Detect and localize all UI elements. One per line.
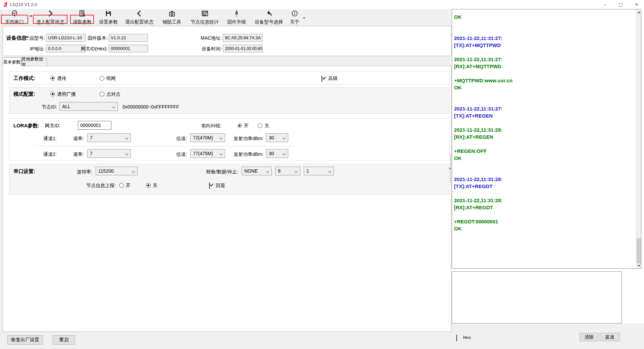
chevron-down-icon <box>219 136 223 140</box>
device-time-label: 设备时间: <box>198 46 222 52</box>
data-bits-dropdown[interactable]: 8 <box>275 167 300 175</box>
log-panel[interactable]: OK 2021-11-22,11:31:27:[TX]:AT+MQTTPWD 2… <box>452 9 641 269</box>
channel2-channel-dropdown[interactable]: 77(475M) <box>190 149 225 158</box>
node-report-label: 节点信息上报: <box>81 183 116 189</box>
log-line: OK <box>454 13 635 20</box>
annotation-box-1 <box>1 15 28 24</box>
close-button[interactable]: ✕ <box>631 0 642 9</box>
floppy-save-icon <box>105 9 112 17</box>
toolbar-firmware-upgrade-button[interactable]: 固件升级 <box>226 9 247 25</box>
scroll-up-icon[interactable] <box>636 9 641 15</box>
log-line: +MQTTPWD:www.usr.cn <box>454 77 635 84</box>
channel1-rate-dropdown[interactable]: 7 <box>87 133 131 142</box>
restart-button[interactable]: 重启 <box>53 335 75 345</box>
log-line: 2021-11-22,11:31:28: <box>454 176 635 183</box>
lora-gateway-id-input[interactable]: 00000001 <box>78 121 111 130</box>
chart-window-icon <box>201 9 209 17</box>
ip-address-label: IP地址: <box>21 46 45 52</box>
log-scrollbar[interactable] <box>636 9 641 268</box>
channel1-power-dropdown[interactable]: 30 <box>266 133 288 142</box>
scroll-down-icon[interactable] <box>636 263 641 268</box>
dropdown-caret-icon[interactable] <box>303 17 305 19</box>
p2p-label: 点对点 <box>106 91 120 97</box>
parity-data-stop-label: 校验/数据/停止: <box>201 169 238 175</box>
fec-on-radio[interactable] <box>237 123 242 128</box>
log-line: 2021-11-22,11:31:27: <box>454 105 635 112</box>
product-model-field[interactable]: USR-LG210-L-10 <box>46 34 86 42</box>
chevron-down-icon <box>112 105 115 108</box>
channel2-power-value: 30 <box>269 151 274 156</box>
broadcast-radio[interactable] <box>50 92 55 96</box>
tab-other-params[interactable]: 其他参数设置 <box>21 58 47 66</box>
node-id-dropdown[interactable]: ALL <box>59 102 118 111</box>
window-title: LG210 V1.2.0 <box>10 2 37 7</box>
minimize-button[interactable]: – <box>599 0 611 9</box>
send-input-panel[interactable] <box>452 271 622 323</box>
lora-params-title: LORA参数: <box>13 123 40 129</box>
log-line: [RX]:AT+REGDT <box>454 204 635 211</box>
log-line: OK <box>454 155 635 162</box>
firmware-version-label: 固件版本: <box>84 35 108 41</box>
network-mode-radio[interactable] <box>100 76 104 81</box>
toolbar-label: 辅助工具 <box>162 19 181 25</box>
parity-dropdown[interactable]: NONE <box>242 167 272 175</box>
mac-address-field[interactable]: 9C:A5:25:94:7A:3A <box>223 34 262 42</box>
send-input[interactable] <box>452 272 622 323</box>
node-report-off-radio[interactable] <box>146 183 151 188</box>
log-line: 2021-11-22,11:31:28: <box>454 197 635 204</box>
log-line: [TX]:AT+REGDT <box>454 183 635 190</box>
info-icon <box>291 9 298 17</box>
send-button[interactable]: 发送 <box>600 333 620 341</box>
channel2-rate-dropdown[interactable]: 7 <box>87 149 131 158</box>
annotation-box-3 <box>70 15 94 24</box>
log-line <box>454 20 635 28</box>
chevron-down-icon <box>283 152 286 156</box>
fec-label: 前向纠错: <box>191 123 221 129</box>
log-line: [TX]:AT+REGEN <box>454 112 635 119</box>
maximize-button[interactable]: ▢ <box>615 0 627 9</box>
echo-checkbox[interactable] <box>209 182 210 189</box>
toolbar-about-button[interactable]: 关于 <box>289 9 300 25</box>
log-line: 2021-11-22,11:31:27: <box>454 35 635 42</box>
hex-label: Hex <box>463 335 471 340</box>
dropdown-caret-icon[interactable] <box>30 15 32 17</box>
toolbar-aux-tools-button[interactable]: 辅助工具 <box>161 9 182 25</box>
scrollbar-thumb[interactable] <box>637 238 641 263</box>
channel2-power-dropdown[interactable]: 30 <box>266 149 288 158</box>
log-line <box>454 49 635 56</box>
factory-reset-button[interactable]: 恢复出厂设置 <box>7 335 43 345</box>
log-line: OK <box>454 84 635 91</box>
toolbar-label: 节点信息统计 <box>191 19 219 25</box>
clear-button[interactable]: 清除 <box>580 333 598 341</box>
toolbar-label: 设置参数 <box>99 19 118 25</box>
app-logo-icon <box>3 2 9 7</box>
toolbar-exit-config-button[interactable]: 退出配置状态 <box>124 9 154 25</box>
p2p-radio[interactable] <box>100 92 104 96</box>
rate-label: 速率: <box>70 136 84 142</box>
power-label: 发射功率dBm: <box>227 151 263 158</box>
tab-basic-params[interactable]: 基本参数 <box>3 57 21 66</box>
data-bits-value: 8 <box>278 168 281 174</box>
channel1-channel-dropdown[interactable]: 72(470M) <box>190 133 225 142</box>
hex-checkbox[interactable] <box>456 335 457 341</box>
broadcast-label: 透明广播 <box>57 91 76 97</box>
node-id-value: ALL <box>62 104 70 109</box>
baud-rate-dropdown[interactable]: 115200 <box>96 167 138 175</box>
toolbar-set-params-button[interactable]: 设置参数 <box>98 9 119 25</box>
fec-off-radio[interactable] <box>258 123 262 128</box>
node-id-hint: 0x00000000~0xFFFFFFFF <box>122 104 179 110</box>
toolbar-node-stats-button[interactable]: 节点信息统计 <box>190 9 220 25</box>
transparent-mode-radio[interactable] <box>50 76 55 81</box>
log-line: [TX]:AT+MQTTPWD <box>454 42 635 49</box>
stop-bits-dropdown[interactable]: 1 <box>304 167 334 175</box>
channel1-channel-value: 72(470M) <box>193 135 213 140</box>
gateway-id-hex-field[interactable]: 00000001 <box>109 45 148 52</box>
gateway-id-hex-label: 网关ID(Hex): <box>78 46 108 52</box>
fec-on-label: 开 <box>244 123 249 129</box>
device-time-field[interactable]: 2000-01-01,00:00:80 <box>223 45 262 52</box>
toolbar-device-model-button[interactable]: 设备型号选择 <box>254 9 284 25</box>
firmware-version-field[interactable]: V1.0.13 <box>109 34 148 42</box>
chevron-down-icon <box>219 152 223 156</box>
advanced-checkbox[interactable] <box>321 76 322 82</box>
node-report-on-radio[interactable] <box>119 183 124 188</box>
